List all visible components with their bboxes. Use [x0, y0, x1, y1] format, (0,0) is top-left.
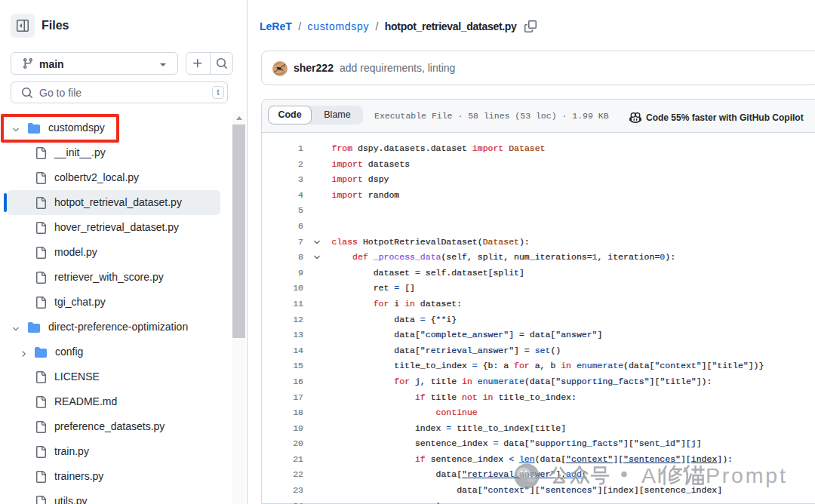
svg-text:Prompt: Prompt: [706, 463, 788, 487]
svg-text:AI: AI: [641, 463, 663, 487]
